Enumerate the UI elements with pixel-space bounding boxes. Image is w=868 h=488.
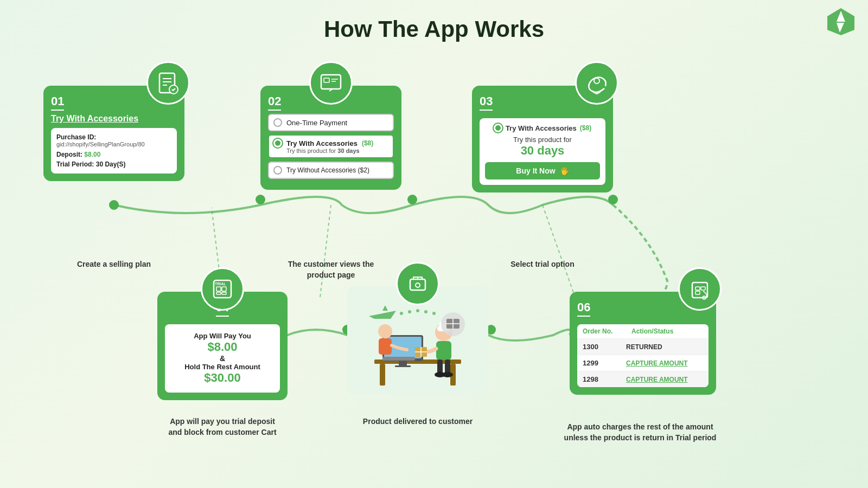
svg-point-5	[407, 195, 417, 204]
step-6-card: 06 Order No. Action/Status 1300 RETURNED…	[570, 292, 716, 395]
table-row: 1299 CAPTURE AMOUNT	[577, 355, 709, 371]
step-1-card: 01 Try With Accessories Purchase ID: gid…	[43, 86, 184, 181]
purchase-id-value: gid://shopify/SellingPlanGroup/80	[56, 141, 171, 147]
step-5-card	[347, 286, 488, 395]
svg-line-12	[542, 205, 575, 297]
step3-label: Select trial option	[472, 259, 613, 270]
svg-point-61	[416, 309, 419, 312]
svg-point-60	[408, 310, 411, 313]
step1-label: Create a selling plan	[43, 259, 184, 270]
step6-table: Order No. Action/Status 1300 RETURNED 12…	[577, 324, 709, 387]
step4-icon: TRIAL	[201, 267, 244, 311]
svg-rect-26	[216, 287, 221, 291]
flow-container: 01 Try With Accessories Purchase ID: gid…	[0, 48, 868, 488]
svg-point-6	[608, 195, 618, 204]
step-4-card: TRIAL 04 App Will Pay You $8.00 & Hold T…	[157, 292, 288, 400]
svg-rect-41	[382, 357, 415, 361]
svg-rect-27	[222, 287, 226, 291]
svg-rect-65	[695, 287, 700, 290]
logo	[825, 5, 857, 38]
step6-icon	[678, 267, 722, 311]
svg-line-11	[320, 205, 331, 297]
step-3-card: 03 Try With Accessories ($8) Try this pr…	[472, 86, 613, 192]
step6-number: 06	[577, 300, 590, 317]
step2-icon	[309, 61, 353, 105]
step5-icon	[396, 262, 439, 305]
svg-rect-67	[701, 287, 705, 290]
step2-option2: Try With Accessories ($8) Try this produ…	[268, 134, 394, 158]
step3-inner: Try With Accessories ($8) Try this produ…	[480, 118, 605, 185]
step5-label: Product delivered to customer	[336, 416, 499, 427]
svg-point-59	[400, 312, 403, 315]
purchase-id-label: Purchase ID:	[56, 133, 171, 141]
svg-rect-28	[216, 292, 221, 294]
svg-rect-20	[324, 78, 329, 82]
step1-icon	[146, 61, 190, 105]
step-2-card: 02 One-Time Payment Try With Accessories…	[260, 86, 401, 190]
step6-label: App auto charges the rest of the amount …	[553, 422, 727, 443]
step2-label: The customer views the product page	[260, 259, 401, 280]
step1-details: Purchase ID: gid://shopify/SellingPlanGr…	[51, 128, 177, 174]
svg-rect-31	[410, 279, 425, 290]
svg-rect-35	[380, 364, 385, 386]
step3-number: 03	[480, 94, 493, 111]
svg-point-53	[378, 324, 392, 338]
table-row: 1298 CAPTURE AMOUNT	[577, 371, 709, 387]
svg-rect-43	[436, 341, 451, 360]
svg-rect-40	[395, 365, 411, 367]
svg-point-4	[256, 195, 265, 204]
svg-rect-66	[695, 291, 700, 294]
svg-point-63	[432, 312, 436, 315]
step2-option3: Try Without Accessories ($2)	[268, 162, 394, 179]
svg-text:TRIAL: TRIAL	[215, 282, 226, 286]
svg-rect-54	[379, 338, 392, 355]
step2-option1: One-Time Payment	[268, 114, 394, 131]
deposit-label: Deposit: $8.00	[56, 151, 171, 158]
trial-label: Trial Period: 30 Day(S)	[56, 160, 171, 168]
step4-inner: App Will Pay You $8.00 & Hold The Rest A…	[165, 324, 280, 393]
page-title: How The App Works	[0, 0, 868, 42]
step3-icon	[575, 61, 618, 105]
svg-point-33	[416, 283, 420, 287]
step2-number: 02	[268, 94, 281, 111]
svg-point-24	[594, 78, 599, 84]
svg-rect-39	[399, 361, 407, 365]
svg-point-62	[424, 310, 427, 313]
svg-rect-29	[222, 292, 226, 294]
svg-point-52	[442, 372, 453, 377]
svg-point-3	[109, 200, 119, 210]
step1-number: 01	[51, 94, 64, 111]
table-row: 1300 RETURNED	[577, 338, 709, 355]
buy-now-button[interactable]: Buy It Now 🖐	[485, 162, 600, 179]
step4-label: App will pay you trial deposit and block…	[146, 416, 298, 438]
step1-title: Try With Accessories	[51, 114, 177, 124]
